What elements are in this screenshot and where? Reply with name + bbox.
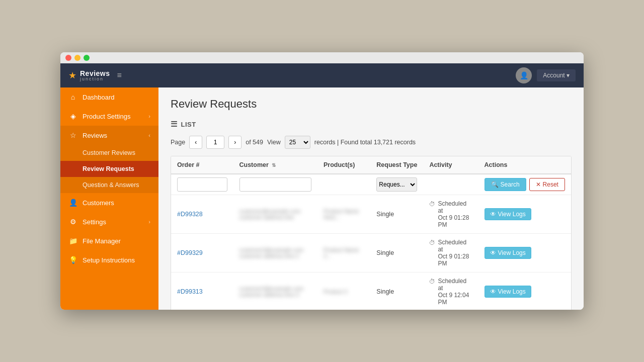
order-link[interactable]: #D99328	[177, 211, 203, 218]
x-icon: ✕	[536, 181, 541, 188]
activity-text: Scheduled at Oct 9 01:28 PM	[438, 200, 472, 228]
clock-icon: ⏱	[429, 278, 435, 285]
activity-cell: ⏱ Scheduled at Oct 9 12:04 PM	[423, 273, 478, 310]
request-type-cell: Single	[370, 195, 423, 234]
total-pages: of 549	[246, 139, 263, 146]
activity-info: ⏱ Scheduled at Oct 9 01:28 PM	[429, 239, 472, 267]
close-dot[interactable]	[65, 55, 71, 61]
customer-info-blurred: customer@example.comcustomer-address-lin…	[239, 208, 311, 220]
setup-icon: 💡	[68, 256, 77, 264]
sidebar-item-settings[interactable]: ⚙ Settings ›	[60, 212, 158, 231]
prev-page-button[interactable]: ‹	[189, 136, 202, 149]
products-cell: Product 3	[317, 273, 370, 310]
page-number-input[interactable]	[206, 136, 224, 149]
reset-button[interactable]: ✕ Reset	[529, 178, 565, 191]
order-cell: #D99329	[171, 234, 233, 273]
col-products: Product(s)	[317, 156, 370, 174]
chevron-right-settings-icon: ›	[148, 219, 150, 225]
settings-icon: ⚙	[68, 218, 77, 226]
table-row: #D99328 customer@example.comcustomer-add…	[171, 195, 571, 234]
logo-name: Reviews	[80, 70, 110, 77]
app-logo: ★ Reviews junction	[68, 70, 110, 81]
actions-cell: 👁 View Logs	[478, 195, 571, 234]
sidebar-label-setup-instructions: Setup Instructions	[83, 256, 150, 264]
customer-info-blurred: customer3@example.comcustomer-address-li…	[239, 286, 311, 298]
next-page-button[interactable]: ›	[228, 136, 242, 149]
view-logs-button[interactable]: 👁 View Logs	[485, 286, 531, 298]
view-logs-button[interactable]: 👁 View Logs	[485, 208, 531, 220]
sidebar-label-dashboard: Dashboard	[83, 94, 150, 101]
filter-action-buttons: 🔍 Search ✕ Reset	[485, 178, 565, 191]
per-page-select[interactable]: 25 50 100	[285, 136, 310, 149]
order-cell: #D99328	[171, 195, 233, 234]
sidebar-label-file-manager: File Manager	[83, 237, 150, 245]
col-activity: Activity	[423, 156, 478, 174]
activity-info: ⏱ Scheduled at Oct 9 12:04 PM	[429, 278, 472, 306]
request-type-cell: Single	[370, 234, 423, 273]
reviews-submenu: Customer Reviews Review Requests Questio…	[60, 145, 158, 193]
customer-cell: customer2@example.comcustomer-address-li…	[233, 234, 317, 273]
app-window: ★ Reviews junction ≡ 👤 Account ▾	[60, 52, 584, 310]
clock-icon: ⏱	[429, 201, 435, 208]
order-link[interactable]: #D99329	[177, 249, 203, 256]
filter-customer-input[interactable]	[239, 177, 311, 192]
app-container: ★ Reviews junction ≡ 👤 Account ▾	[60, 63, 584, 310]
main-content: Review Requests ☰ LIST Page ‹ › of 549 V…	[158, 87, 584, 310]
logo-sub: junction	[80, 77, 110, 81]
search-button[interactable]: 🔍 Search	[485, 178, 526, 191]
filter-row: Reques... Single All 🔍	[171, 174, 571, 195]
products-cell: Product Name 2...	[317, 234, 370, 273]
sidebar-sub-item-customer-reviews[interactable]: Customer Reviews	[60, 145, 158, 161]
sidebar-item-customers[interactable]: 👤 Customers	[60, 193, 158, 212]
sidebar-label-reviews: Reviews	[83, 132, 143, 139]
col-request-type: Request Type	[370, 156, 423, 174]
products-info-blurred: Product Name Here...	[324, 208, 364, 220]
titlebar	[60, 52, 584, 63]
file-manager-icon: 📁	[68, 237, 77, 245]
filter-customer-cell	[233, 174, 317, 195]
view-logs-button[interactable]: 👁 View Logs	[485, 247, 531, 259]
sidebar-item-dashboard[interactable]: ⌂ Dashboard	[60, 87, 158, 107]
sort-icon[interactable]: ⇅	[272, 162, 276, 168]
order-link[interactable]: #D99313	[177, 288, 203, 295]
sidebar-item-file-manager[interactable]: 📁 File Manager	[60, 231, 158, 250]
search-icon: 🔍	[491, 181, 499, 188]
eye-icon: 👁	[490, 288, 496, 295]
actions-cell: 👁 View Logs	[478, 234, 571, 273]
maximize-dot[interactable]	[84, 55, 90, 61]
filter-order-input[interactable]	[177, 177, 227, 192]
request-type-cell: Single	[370, 273, 423, 310]
sidebar-sub-item-review-requests[interactable]: Review Requests	[60, 161, 158, 177]
filter-request-type-select[interactable]: Reques... Single All	[376, 177, 417, 192]
user-account-button[interactable]: Account ▾	[537, 69, 576, 81]
hamburger-menu[interactable]: ≡	[117, 71, 122, 80]
pagination-bar: Page ‹ › of 549 View 25 50 100 records |…	[171, 136, 572, 149]
logo-text-group: Reviews junction	[80, 70, 110, 81]
activity-text: Scheduled at Oct 9 01:28 PM	[438, 239, 472, 267]
actions-cell: 👁 View Logs	[478, 273, 571, 310]
page-label: Page	[171, 139, 185, 146]
chevron-down-icon: ‹	[148, 132, 150, 138]
activity-cell: ⏱ Scheduled at Oct 9 01:28 PM	[423, 234, 478, 273]
avatar-icon: 👤	[520, 71, 528, 79]
main-layout: ⌂ Dashboard ◈ Product Settings › ☆ Revie…	[60, 87, 584, 310]
sidebar-sub-item-question-answers[interactable]: Question & Answers	[60, 177, 158, 193]
filter-products-cell	[317, 174, 370, 195]
sidebar-item-setup-instructions[interactable]: 💡 Setup Instructions	[60, 250, 158, 269]
list-header: ☰ LIST	[171, 120, 572, 129]
user-avatar: 👤	[516, 67, 532, 83]
top-navbar: ★ Reviews junction ≡ 👤 Account ▾	[60, 63, 584, 87]
sidebar-item-product-settings[interactable]: ◈ Product Settings ›	[60, 107, 158, 126]
col-customer: Customer ⇅	[233, 156, 317, 174]
list-label: LIST	[181, 121, 196, 128]
eye-icon: 👁	[490, 211, 496, 218]
minimize-dot[interactable]	[74, 55, 80, 61]
customer-info-blurred: customer2@example.comcustomer-address-li…	[239, 247, 311, 259]
sidebar-label-product-settings: Product Settings	[83, 113, 143, 120]
activity-info: ⏱ Scheduled at Oct 9 01:28 PM	[429, 200, 472, 228]
sidebar-item-reviews[interactable]: ☆ Reviews ‹	[60, 126, 158, 145]
col-actions: Actions	[478, 156, 571, 174]
table-header-row: Order # Customer ⇅ Product(s) Request Ty…	[171, 156, 571, 174]
chevron-right-icon: ›	[148, 113, 150, 119]
col-order: Order #	[171, 156, 233, 174]
